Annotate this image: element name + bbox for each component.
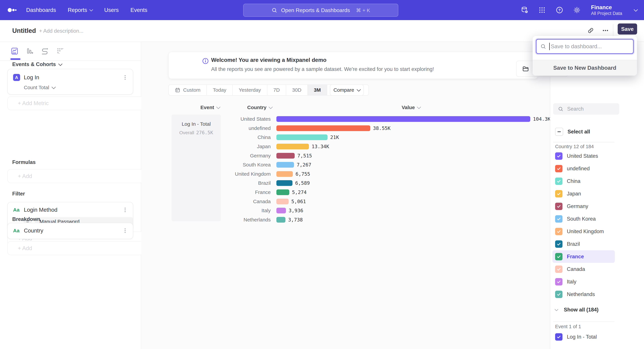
- bar[interactable]: [276, 180, 292, 186]
- database-icon: [521, 6, 528, 14]
- copy-link-button[interactable]: [585, 25, 596, 36]
- column-header-value[interactable]: Value: [402, 105, 420, 110]
- select-all-row[interactable]: Select all: [555, 128, 590, 136]
- nav-item-dashboards[interactable]: Dashboards: [26, 7, 56, 13]
- bar-value-label: 3,936: [289, 208, 303, 213]
- settings-button[interactable]: [572, 5, 582, 15]
- show-all-button[interactable]: Show all (184): [555, 307, 598, 313]
- bar[interactable]: [276, 153, 295, 159]
- date-range-custom[interactable]: Custom: [169, 85, 207, 95]
- aggregation-dropdown[interactable]: Count Total: [8, 81, 133, 90]
- bar[interactable]: [276, 162, 294, 168]
- tab-flows[interactable]: [56, 47, 64, 55]
- legend-checkbox[interactable]: [555, 215, 562, 223]
- legend-item-japan[interactable]: Japan: [552, 187, 615, 200]
- report-type-tabs: [0, 42, 141, 61]
- breakdown-property-name[interactable]: Country: [24, 228, 43, 234]
- legend-item-canada[interactable]: Canada: [552, 263, 615, 275]
- legend-checkbox[interactable]: [555, 278, 562, 286]
- check-icon: [556, 179, 561, 184]
- legend-checkbox[interactable]: [555, 333, 562, 341]
- nav-right-cluster: ? Finance All Project Data: [520, 0, 637, 20]
- bar[interactable]: [276, 125, 370, 131]
- nav-item-users[interactable]: Users: [104, 7, 119, 13]
- date-range-3m[interactable]: 3M: [308, 85, 327, 95]
- legend-item-united-kingdom[interactable]: United Kingdom: [552, 225, 615, 238]
- legend-item-undefined[interactable]: undefined: [552, 162, 615, 175]
- tab-funnels[interactable]: [26, 47, 34, 55]
- more-options-button[interactable]: [600, 25, 611, 36]
- date-range-label: 7D: [273, 87, 280, 93]
- select-all-checkbox[interactable]: [555, 128, 563, 136]
- show-all-label: Show all (184): [564, 307, 598, 313]
- legend-item-log-in---total[interactable]: Log In - Total: [552, 331, 615, 343]
- legend-item-brazil[interactable]: Brazil: [552, 238, 615, 250]
- bar[interactable]: [276, 199, 289, 204]
- legend-checkbox[interactable]: [555, 203, 562, 210]
- date-range-30d[interactable]: 30D: [286, 85, 308, 95]
- kebab-menu-icon[interactable]: [122, 207, 128, 213]
- apps-grid-button[interactable]: [537, 5, 547, 15]
- nav-item-events[interactable]: Events: [130, 7, 148, 13]
- legend-checkbox[interactable]: [555, 178, 562, 185]
- events-cohorts-label: Events & Cohorts: [12, 61, 56, 67]
- add-metric-button[interactable]: + Add Metric: [8, 96, 143, 110]
- value-column-label: Value: [402, 105, 415, 110]
- nav-item-label: Reports: [68, 7, 87, 13]
- legend-item-china[interactable]: China: [552, 175, 615, 187]
- legend-item-united-states[interactable]: United States: [552, 150, 615, 162]
- divider: [553, 322, 614, 322]
- legend-item-south-korea[interactable]: South Korea: [552, 213, 615, 225]
- bar[interactable]: [276, 217, 286, 223]
- date-range-label: Today: [213, 87, 226, 93]
- global-search-button[interactable]: Open Reports & Dashboards ⌘ + K: [243, 4, 398, 17]
- tab-insights[interactable]: [11, 47, 18, 55]
- kebab-menu-icon[interactable]: [122, 228, 128, 234]
- save-to-dashboard-input[interactable]: Save to dashboard...: [536, 39, 634, 54]
- save-button[interactable]: Save: [618, 23, 637, 34]
- column-header-country[interactable]: Country: [247, 105, 272, 110]
- legend-checkbox[interactable]: [555, 228, 562, 235]
- legend-checkbox[interactable]: [555, 253, 562, 260]
- date-range-today[interactable]: Today: [207, 85, 232, 95]
- legend-checkbox[interactable]: [555, 266, 562, 273]
- date-range-7d[interactable]: 7D: [267, 85, 286, 95]
- bar-value-label: 38.55K: [373, 125, 390, 131]
- metric-name[interactable]: Log In: [24, 74, 39, 81]
- legend-item-italy[interactable]: Italy: [552, 275, 615, 288]
- help-button[interactable]: ?: [554, 5, 564, 15]
- legend-country-list: United States undefined China Japan Germ…: [552, 150, 615, 301]
- legend-checkbox[interactable]: [555, 165, 562, 172]
- mixpanel-logo[interactable]: [8, 6, 19, 14]
- date-range-yesterday[interactable]: Yesterday: [232, 85, 267, 95]
- project-switcher[interactable]: Finance All Project Data: [591, 4, 622, 16]
- kebab-menu-icon[interactable]: [122, 74, 128, 80]
- bar[interactable]: [276, 134, 328, 140]
- legend-item-france[interactable]: France: [552, 250, 615, 263]
- bar[interactable]: [276, 208, 286, 213]
- nav-item-reports[interactable]: Reports: [68, 7, 92, 13]
- legend-item-germany[interactable]: Germany: [552, 200, 615, 213]
- report-description-placeholder[interactable]: + Add description...: [39, 28, 84, 34]
- legend-checkbox[interactable]: [555, 240, 562, 248]
- legend-item-netherlands[interactable]: Netherlands: [552, 288, 615, 301]
- data-management-button[interactable]: [520, 5, 530, 15]
- bar[interactable]: [276, 116, 530, 122]
- column-header-event[interactable]: Event: [200, 105, 220, 110]
- bar[interactable]: [276, 144, 309, 149]
- legend-checkbox[interactable]: [555, 152, 562, 160]
- add-breakdown-button[interactable]: + Add: [8, 241, 143, 255]
- events-cohorts-header[interactable]: Events & Cohorts: [12, 61, 62, 67]
- bar[interactable]: [276, 171, 293, 177]
- tab-retention[interactable]: [41, 47, 49, 55]
- legend-checkbox[interactable]: [555, 291, 562, 298]
- bar[interactable]: [276, 189, 289, 195]
- chevron-down-icon[interactable]: [634, 7, 638, 11]
- legend-checkbox[interactable]: [555, 190, 562, 197]
- compare-button[interactable]: Compare: [330, 84, 364, 95]
- filter-property-name[interactable]: Login Method: [24, 207, 57, 213]
- legend-search-input[interactable]: Search: [553, 103, 619, 115]
- save-to-new-dashboard-button[interactable]: Save to New Dashboard: [533, 60, 637, 76]
- report-title[interactable]: Untitled: [12, 27, 36, 34]
- add-formula-button[interactable]: + Add: [8, 169, 143, 183]
